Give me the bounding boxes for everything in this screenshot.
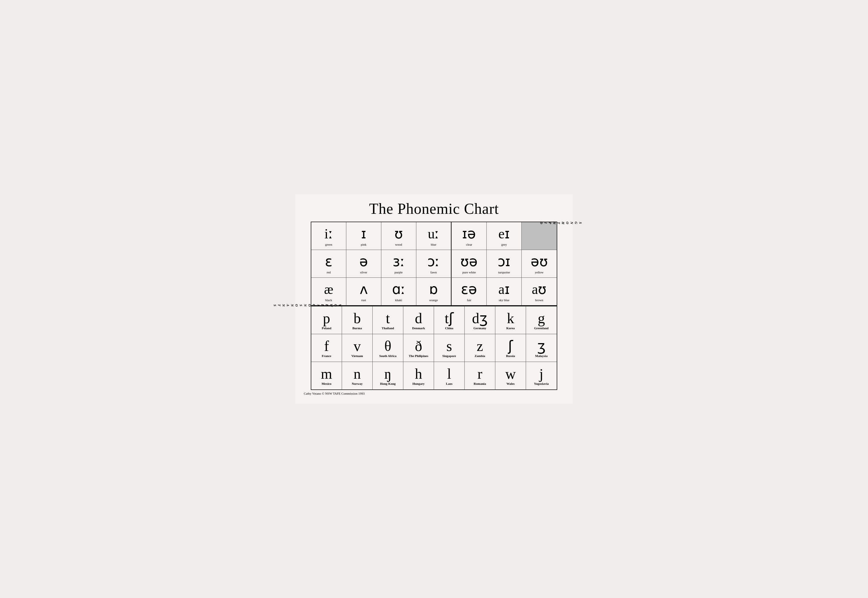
vowel-cell-2-3: ɒorange [416,278,451,305]
diphthong-cell-0-0: ɪəclear [452,222,487,250]
phoneme-symbol: ʊə [460,254,478,269]
phoneme-label: Vietnam [351,354,363,357]
footer: Cathy Votano © NSW TAFE Commission 1993 [304,392,564,395]
phoneme-label: clear [466,243,472,246]
phoneme-symbol: aɪ [499,282,510,297]
phoneme-label: China [445,326,453,330]
phoneme-label: pure white [462,271,476,274]
phoneme-symbol: ŋ [384,366,391,381]
consonant-cell-0-5: dʒGermany [465,306,495,334]
phoneme-label: Romania [474,382,486,385]
diphthong-cell-1-0: ʊəpure white [452,250,487,277]
phoneme-symbol: d [415,311,422,326]
phoneme-label: grey [501,243,507,246]
phoneme-label: turquoise [498,271,510,274]
phoneme-symbol: ɔɪ [497,254,510,269]
vowel-cell-0-2: ʊwood [381,222,416,250]
phoneme-symbol: ɒ [429,282,438,297]
phoneme-label: Burma [353,326,362,330]
phoneme-symbol: ʊ [394,226,403,242]
consonant-cell-1-5: zZambia [465,334,495,362]
left-label: VOWELS CONSONANTS [304,221,311,390]
consonant-cell-2-5: rRomania [465,362,495,389]
phoneme-label: Singapore [442,354,456,357]
right-label: DIPHTHONGS [557,221,564,390]
diphthong-cell-1-1: ɔɪturquoise [487,250,522,277]
phoneme-symbol: dʒ [472,311,488,326]
phoneme-symbol: ɔː [427,254,439,269]
phoneme-symbol: t [386,311,390,326]
phoneme-label: khaki [395,298,402,302]
phoneme-symbol: k [507,311,514,326]
consonant-cell-1-2: θSouth Africa [373,334,403,362]
consonant-cell-2-4: lLaos [434,362,465,389]
phoneme-label: pink [361,243,367,246]
vowel-row-1: ɛredəsilverɜːpurpleɔːfawnʊəpure whiteɔɪt… [311,250,557,278]
phoneme-symbol: ə [359,254,368,269]
phoneme-label: silver [360,271,367,274]
phoneme-symbol: ʌ [360,282,368,297]
phoneme-symbol: ɪə [462,226,476,242]
consonant-cell-1-3: ðThe Philipines [403,334,434,362]
consonant-cell-0-6: kKorea [495,306,526,334]
phoneme-symbol: ð [415,338,422,354]
phoneme-label: South Africa [379,354,397,357]
phoneme-label: wood [395,243,402,246]
consonant-cell-1-6: ʃRussia [495,334,526,362]
consonant-cell-0-4: tʃChina [434,306,465,334]
phoneme-label: orange [429,298,438,302]
consonant-row-0: pPolandbBurmatThailanddDenmarktʃChinadʒG… [311,306,557,334]
vowel-cell-1-3: ɔːfawn [416,250,451,277]
consonants-section: pPolandbBurmatThailanddDenmarktʃChinadʒG… [311,306,557,389]
diphthong-cell-2-0: ɛəfair [452,278,487,305]
phoneme-label: Korea [506,326,515,330]
phoneme-symbol: v [354,338,361,354]
phoneme-label: Laos [446,382,453,385]
consonant-cell-2-6: wWales [495,362,526,389]
vowel-row-0: iːgreenɪpinkʊwooduːblueɪəcleareɪgrey [311,222,557,250]
chart-main: iːgreenɪpinkʊwooduːblueɪəcleareɪgreyɛred… [311,221,557,390]
vowel-row-2: æblackʌrustɑːkhakiɒorangeɛəfairaɪsky blu… [311,278,557,305]
phoneme-label: fair [467,298,471,302]
phoneme-symbol: uː [428,226,439,242]
phoneme-label: purple [394,271,403,274]
phoneme-label: The Philipines [409,354,429,357]
consonant-row-1: fFrancevVietnamθSouth AfricaðThe Philipi… [311,334,557,362]
consonant-cell-0-3: dDenmark [403,306,434,334]
phoneme-label: sky blue [499,298,509,302]
chart-outer: VOWELS CONSONANTS iːgreenɪpinkʊwooduːblu… [304,221,564,390]
vowel-cell-2-2: ɑːkhaki [381,278,416,305]
phoneme-symbol: h [415,366,422,381]
phoneme-label: Hungary [412,382,424,385]
phoneme-symbol: w [505,366,515,381]
phoneme-symbol: s [447,338,452,354]
vowel-cell-1-1: əsilver [346,250,381,277]
page-title: The Phonemic Chart [304,200,564,217]
vowel-cell-1-2: ɜːpurple [381,250,416,277]
phoneme-label: Wales [506,382,514,385]
consonant-cell-1-1: vVietnam [342,334,373,362]
consonant-cell-0-2: tThailand [373,306,403,334]
phoneme-symbol: b [354,311,361,326]
phoneme-symbol: ɪ [361,226,366,242]
consonant-cell-1-4: sSingapore [434,334,465,362]
phoneme-symbol: tʃ [445,311,454,326]
phoneme-symbol: ʃ [508,338,513,354]
phoneme-label: Thailand [382,326,394,330]
phoneme-label: Germany [474,326,486,330]
diphthong-cell-2-1: aɪsky blue [487,278,522,305]
phoneme-label: fawn [430,271,436,274]
consonant-cell-2-3: hHungary [403,362,434,389]
phoneme-symbol: z [477,338,483,354]
phoneme-symbol: n [354,366,361,381]
phoneme-symbol: r [477,366,482,381]
diphthong-cell-0-1: eɪgrey [487,222,522,250]
phoneme-symbol: eɪ [499,226,510,242]
phoneme-symbol: ɜː [393,254,405,269]
consonant-row-2: mMexiconNorwayŋHong KonghHungarylLaosrRo… [311,362,557,389]
phoneme-label: Norway [352,382,363,385]
phoneme-symbol: ɑː [392,282,405,297]
phoneme-label: Zambia [475,354,485,357]
phoneme-symbol: θ [384,338,391,354]
consonant-cell-2-1: nNorway [342,362,373,389]
